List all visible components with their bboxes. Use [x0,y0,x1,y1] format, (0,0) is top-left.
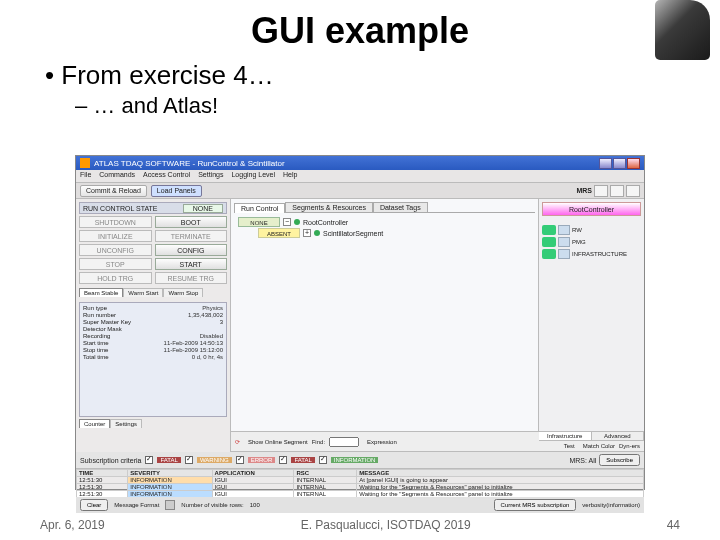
sev-fatal2: FATAL [291,457,314,463]
clear-button[interactable]: Clear [80,499,108,511]
component-icon [542,237,556,247]
right-item-infra[interactable]: INFRASTRUCTURE [542,249,641,259]
toolbar: Commit & Reload Load Panels MRS [76,183,644,199]
root-controller-box[interactable]: RootController [542,202,641,216]
tab-counter[interactable]: Counter [79,419,110,428]
btn-unconfig[interactable]: UNCONFIG [79,244,152,256]
btn-resumetrg[interactable]: RESUME TRG [155,272,228,284]
tree-collapse-icon[interactable]: − [283,218,291,226]
component-icon [542,249,556,259]
controller-tree: NONE − RootController ABSENT + Scintilla… [234,217,535,238]
tab-settings[interactable]: Settings [110,419,142,428]
right-item-rw[interactable]: RW [542,225,641,235]
footer-author: E. Pasqualucci, ISOTDAQ 2019 [301,518,471,532]
load-panels-button[interactable]: Load Panels [151,185,202,197]
window-title: ATLAS TDAQ SOFTWARE - RunControl & Scint… [94,159,285,168]
tab-warmstop[interactable]: Warm Stop [163,288,203,297]
sev-warning: WARNING [197,457,232,463]
visible-rows-value: 100 [250,502,260,508]
rcs-label: RUN CONTROL STATE [83,205,158,212]
status-dot-icon [314,230,320,236]
status-dot-icon [294,219,300,225]
bullet-list: From exercise 4… … and Atlas! [0,60,720,119]
match-color-label: Match Color [583,443,615,449]
close-button[interactable] [627,158,640,169]
btn-config[interactable]: CONFIG [155,244,228,256]
tab-infrastructure[interactable]: Infrastructure [539,432,592,440]
mrs-all-label: MRS: All [569,457,596,464]
window-titlebar: ATLAS TDAQ SOFTWARE - RunControl & Scint… [76,156,644,170]
col-rsc[interactable]: RSC [294,470,357,477]
mid-footer: ⟳ Show Online Segment Find: Expression [231,431,539,452]
bottom-bar: Clear Message Format Number of visible r… [76,497,644,513]
param-v: 11-Feb-2009 15:12:00 [164,347,223,353]
atlas-gui-screenshot: ATLAS TDAQ SOFTWARE - RunControl & Scint… [75,155,645,490]
btn-stop[interactable]: STOP [79,258,152,270]
sev-fatal2-checkbox[interactable] [279,456,287,464]
btn-shutdown[interactable]: SHUTDOWN [79,216,152,228]
toolbar-icon-3[interactable] [626,185,640,197]
test-button[interactable]: Test [564,443,575,449]
btn-start[interactable]: START [155,258,228,270]
subscription-label: Subscription criteria [80,457,141,464]
tab-dataset[interactable]: Dataset Tags [373,202,428,212]
footer-date: Apr. 6, 2019 [40,518,105,532]
tab-beamstable[interactable]: Beam Stable [79,288,123,297]
tab-segments[interactable]: Segments & Resources [285,202,373,212]
param-k: Super Master Key [83,319,131,325]
param-k: Total time [83,354,109,360]
btn-terminate[interactable]: TERMINATE [155,230,228,242]
table-row[interactable]: 12:51:30INFORMATIONIGUIINTERNALWaiting f… [77,484,644,491]
sev-error-checkbox[interactable] [236,456,244,464]
param-k: Stop time [83,347,108,353]
menu-logging[interactable]: Logging Level [231,171,275,181]
menu-commands[interactable]: Commands [99,171,135,181]
sev-warning-checkbox[interactable] [185,456,193,464]
subscribe-button[interactable]: Subscribe [599,454,640,466]
menu-help[interactable]: Help [283,171,297,181]
refresh-icon[interactable]: ⟳ [235,438,240,445]
tab-runcontrol[interactable]: Run Control [234,203,285,213]
message-format-label[interactable]: Message Format [114,502,159,508]
tree-row-segment[interactable]: ABSENT + ScintillatorSegment [234,228,535,238]
btn-holdtrg[interactable]: HOLD TRG [79,272,152,284]
current-mrs-button[interactable]: Current MRS subscription [494,499,577,511]
btn-boot[interactable]: BOOT [155,216,228,228]
btn-initialize[interactable]: INITIALIZE [79,230,152,242]
format-swatch[interactable] [165,500,175,510]
tree-expand-icon[interactable]: + [303,229,311,237]
sev-error: ERROR [248,457,276,463]
table-row[interactable]: 12:51:30INFORMATIONIGUIINTERNALAt [panel… [77,477,644,484]
maximize-button[interactable] [613,158,626,169]
toolbar-icon-1[interactable] [594,185,608,197]
col-msg[interactable]: MESSAGE [357,470,644,477]
param-v: 11-Feb-2009 14:50:13 [164,340,223,346]
toolbar-icon-2[interactable] [610,185,624,197]
chip-icon [558,225,570,235]
right-label: INFRASTRUCTURE [572,251,627,257]
col-app[interactable]: APPLICATION [212,470,294,477]
commit-reload-button[interactable]: Commit & Reload [80,185,147,197]
tree-row-root[interactable]: NONE − RootController [234,217,535,227]
menu-access[interactable]: Access Control [143,171,190,181]
mrs-expression: verbosity(information) [582,502,640,508]
run-params: Run typePhysics Run number1,35,438,002 S… [79,302,227,417]
minimize-button[interactable] [599,158,612,169]
tab-warmstart[interactable]: Warm Start [123,288,163,297]
menu-file[interactable]: File [80,171,91,181]
mid-panel: Run Control Segments & Resources Dataset… [231,199,539,431]
col-severity[interactable]: SEVERITY [128,470,212,477]
tree-state: ABSENT [258,228,300,238]
col-time[interactable]: TIME [77,470,128,477]
right-item-pmg[interactable]: PMG [542,237,641,247]
component-icon [542,225,556,235]
tab-advanced[interactable]: Advanced [592,432,645,440]
dyners-button[interactable]: Dyn-ers [619,443,640,449]
menubar: File Commands Access Control Settings Lo… [76,170,644,183]
tree-label: ScintillatorSegment [323,230,383,237]
sev-info-checkbox[interactable] [319,456,327,464]
menu-settings[interactable]: Settings [198,171,223,181]
find-input[interactable] [329,437,359,447]
find-label: Find: [312,439,325,445]
sev-fatal-checkbox[interactable] [145,456,153,464]
